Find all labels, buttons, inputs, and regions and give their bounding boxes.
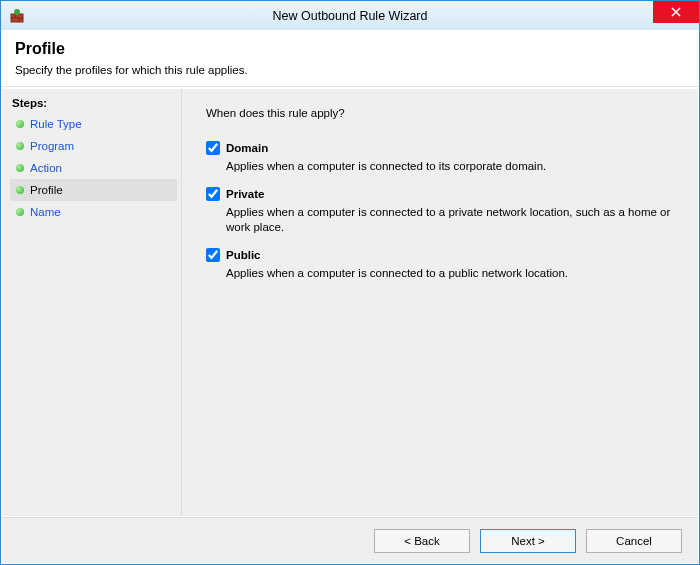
option-label: Domain <box>226 142 268 154</box>
option-label: Private <box>226 188 264 200</box>
step-bullet-icon <box>16 164 24 172</box>
step-label: Program <box>30 140 74 152</box>
step-label: Rule Type <box>30 118 82 130</box>
profile-option-public: PublicApplies when a computer is connect… <box>206 248 674 280</box>
steps-sidebar: Steps: Rule TypeProgramActionProfileName <box>2 89 182 516</box>
step-item-program[interactable]: Program <box>10 135 177 157</box>
step-bullet-icon <box>16 120 24 128</box>
page-subtitle: Specify the profiles for which this rule… <box>15 64 685 76</box>
option-desc: Applies when a computer is connected to … <box>226 266 674 280</box>
profile-option-private: PrivateApplies when a computer is connec… <box>206 187 674 234</box>
title-bar: New Outbound Rule Wizard <box>1 1 699 30</box>
checkbox-domain[interactable] <box>206 141 220 155</box>
step-bullet-icon <box>16 208 24 216</box>
checkbox-private[interactable] <box>206 187 220 201</box>
step-item-rule-type[interactable]: Rule Type <box>10 113 177 135</box>
close-button[interactable] <box>653 1 699 23</box>
step-item-profile[interactable]: Profile <box>10 179 177 201</box>
step-bullet-icon <box>16 142 24 150</box>
window-frame: New Outbound Rule Wizard Profile Specify… <box>0 0 700 565</box>
window-title: New Outbound Rule Wizard <box>1 9 699 23</box>
content-pane: When does this rule apply? DomainApplies… <box>182 89 698 516</box>
step-label: Profile <box>30 184 63 196</box>
back-button[interactable]: < Back <box>374 529 470 553</box>
step-label: Action <box>30 162 62 174</box>
next-button[interactable]: Next > <box>480 529 576 553</box>
content-prompt: When does this rule apply? <box>206 107 674 119</box>
step-item-name[interactable]: Name <box>10 201 177 223</box>
steps-heading: Steps: <box>12 97 177 109</box>
option-desc: Applies when a computer is connected to … <box>226 159 674 173</box>
step-bullet-icon <box>16 186 24 194</box>
checkbox-public[interactable] <box>206 248 220 262</box>
header-pane: Profile Specify the profiles for which t… <box>1 30 699 87</box>
step-label: Name <box>30 206 61 218</box>
profile-option-domain: DomainApplies when a computer is connect… <box>206 141 674 173</box>
page-title: Profile <box>15 40 685 58</box>
option-label: Public <box>226 249 261 261</box>
wizard-footer: < Back Next > Cancel <box>2 517 698 563</box>
cancel-button[interactable]: Cancel <box>586 529 682 553</box>
option-desc: Applies when a computer is connected to … <box>226 205 674 234</box>
step-item-action[interactable]: Action <box>10 157 177 179</box>
